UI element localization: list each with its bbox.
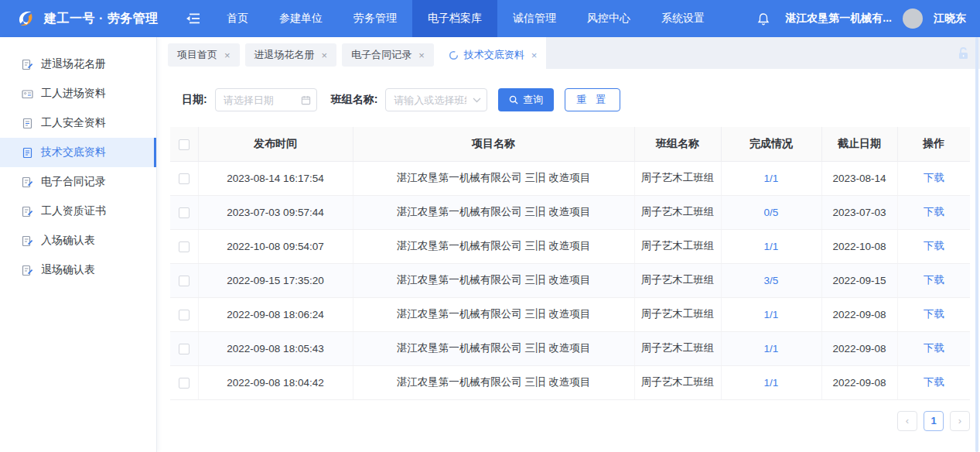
cell-publish-time: 2022-09-08 18:06:24 <box>198 297 353 331</box>
search-icon <box>509 95 518 104</box>
sidebar-item-worker-entry-files[interactable]: 工人进场资料 <box>0 79 156 108</box>
nav-item-credit-management[interactable]: 诚信管理 <box>497 0 572 37</box>
cell-publish-time: 2022-09-08 18:05:43 <box>198 331 353 365</box>
tab-technical-disclosure[interactable]: 技术交底资料 × <box>439 43 547 67</box>
nav-item-participating-units[interactable]: 参建单位 <box>264 0 338 37</box>
nav-item-risk-center[interactable]: 风控中心 <box>572 0 646 37</box>
completion-link[interactable]: 1/1 <box>764 377 779 389</box>
app-header: 建工一号 · 劳务管理 首页 参建单位 劳务管理 电子档案库 诚信管理 风控中心… <box>0 0 980 37</box>
col-project-name: 项目名称 <box>353 127 634 161</box>
row-checkbox[interactable] <box>179 276 190 286</box>
menu-fold-icon[interactable] <box>176 0 211 37</box>
table-row: 2022-09-15 17:35:20 湛江农垦第一机械有限公司 三旧 改造项目… <box>170 263 970 297</box>
sidebar-item-worker-safety-files[interactable]: 工人安全资料 <box>0 108 156 138</box>
doc-edit-icon <box>22 265 33 276</box>
sidebar-item-roster[interactable]: 进退场花名册 <box>0 50 156 79</box>
cell-project: 湛江农垦第一机械有限公司 三旧 改造项目 <box>353 229 634 263</box>
close-icon[interactable]: × <box>322 50 328 61</box>
tab-roster[interactable]: 进退场花名册 × <box>245 43 337 67</box>
team-select[interactable] <box>385 88 487 111</box>
date-picker[interactable] <box>215 88 317 111</box>
reset-button[interactable]: 重 置 <box>565 88 620 111</box>
tab-e-contract-records[interactable]: 电子合同记录 × <box>342 43 434 67</box>
prev-page-button[interactable]: ‹ <box>897 411 917 431</box>
col-deadline: 截止日期 <box>821 127 897 161</box>
sidebar-item-technical-disclosure[interactable]: 技术交底资料 <box>0 138 156 167</box>
cell-deadline: 2022-09-08 <box>821 365 897 399</box>
download-link[interactable]: 下载 <box>924 376 944 388</box>
completion-link[interactable]: 1/1 <box>764 309 779 320</box>
completion-link[interactable]: 1/1 <box>764 173 779 184</box>
cell-deadline: 2022-10-08 <box>821 229 897 263</box>
bell-icon[interactable] <box>757 12 770 26</box>
completion-link[interactable]: 0/5 <box>764 207 779 218</box>
tab-project-home[interactable]: 项目首页 × <box>168 43 240 67</box>
close-icon[interactable]: × <box>531 50 538 61</box>
row-checkbox[interactable] <box>179 378 190 389</box>
row-checkbox[interactable] <box>179 310 190 320</box>
row-checkbox[interactable] <box>179 241 190 252</box>
row-checkbox[interactable] <box>179 344 190 354</box>
sidebar-item-label: 技术交底资料 <box>41 146 106 159</box>
download-link[interactable]: 下载 <box>924 308 944 320</box>
completion-link[interactable]: 1/1 <box>764 241 779 252</box>
sidebar: 进退场花名册 工人进场资料 工人安全资料 技术交底资料 电子合同记录 <box>0 37 157 452</box>
cell-project: 湛江农垦第一机械有限公司 三旧 改造项目 <box>353 263 634 297</box>
cell-team: 周子艺木工班组 <box>634 297 721 331</box>
table-row: 2022-09-08 18:05:43 湛江农垦第一机械有限公司 三旧 改造项目… <box>170 331 970 365</box>
tabstrip-filler <box>546 37 980 69</box>
nav-item-home[interactable]: 首页 <box>211 0 264 37</box>
cell-deadline: 2022-09-08 <box>821 297 897 331</box>
page-number-current[interactable]: 1 <box>924 411 944 431</box>
sidebar-item-e-contract-records[interactable]: 电子合同记录 <box>0 167 156 197</box>
avatar[interactable] <box>903 9 923 29</box>
download-link[interactable]: 下载 <box>924 274 944 286</box>
cell-team: 周子艺木工班组 <box>634 331 721 365</box>
header-right: 湛江农垦第一机械有... 江晓东 <box>757 0 980 37</box>
cell-publish-time: 2022-09-15 17:35:20 <box>198 263 353 297</box>
user-name[interactable]: 江晓东 <box>934 12 966 26</box>
tab-label: 技术交底资料 <box>464 48 524 62</box>
download-link[interactable]: 下载 <box>924 240 944 252</box>
download-link[interactable]: 下载 <box>924 172 944 183</box>
search-button[interactable]: 查询 <box>498 88 554 111</box>
filter-bar: 日期: 班组名称: <box>182 88 968 111</box>
scrollbar[interactable] <box>975 37 978 452</box>
tab-label: 电子合同记录 <box>351 48 411 62</box>
tab-label: 项目首页 <box>177 48 217 62</box>
completion-link[interactable]: 3/5 <box>764 275 779 286</box>
nav-item-system-settings[interactable]: 系统设置 <box>646 0 720 37</box>
cell-team: 周子艺木工班组 <box>634 161 721 195</box>
nav-item-e-archive[interactable]: 电子档案库 <box>412 0 497 37</box>
brand: 建工一号 · 劳务管理 <box>0 0 157 37</box>
cell-project: 湛江农垦第一机械有限公司 三旧 改造项目 <box>353 297 634 331</box>
close-icon[interactable]: × <box>224 50 230 61</box>
sidebar-item-worker-certificates[interactable]: 工人资质证书 <box>0 197 156 226</box>
download-link[interactable]: 下载 <box>924 206 944 217</box>
next-page-button[interactable]: › <box>950 411 970 431</box>
sidebar-item-exit-confirmation[interactable]: 退场确认表 <box>0 255 156 285</box>
select-all-checkbox[interactable] <box>179 139 190 150</box>
table-row: 2022-09-08 18:04:42 湛江农垦第一机械有限公司 三旧 改造项目… <box>170 365 970 399</box>
doc-icon <box>22 118 33 129</box>
close-icon[interactable]: × <box>418 50 425 61</box>
tab-label: 进退场花名册 <box>254 48 315 62</box>
current-company[interactable]: 湛江农垦第一机械有... <box>785 12 892 26</box>
chevron-down-icon <box>473 98 481 103</box>
nav-item-labor-management[interactable]: 劳务管理 <box>338 0 412 37</box>
download-link[interactable]: 下载 <box>924 342 944 354</box>
table-row: 2023-08-14 16:17:54 湛江农垦第一机械有限公司 三旧 改造项目… <box>170 161 970 195</box>
cell-project: 湛江农垦第一机械有限公司 三旧 改造项目 <box>353 195 634 229</box>
row-checkbox[interactable] <box>179 173 190 184</box>
card-icon <box>22 88 33 100</box>
content-area: 日期: 班组名称: <box>157 73 980 452</box>
cell-project: 湛江农垦第一机械有限公司 三旧 改造项目 <box>353 365 634 399</box>
completion-link[interactable]: 1/1 <box>764 343 779 354</box>
row-checkbox[interactable] <box>179 207 190 218</box>
cell-publish-time: 2023-08-14 16:17:54 <box>198 161 353 195</box>
page-tabs: 项目首页 × 进退场花名册 × 电子合同记录 × 技术交底资料 × <box>157 37 980 73</box>
sidebar-item-entry-confirmation[interactable]: 入场确认表 <box>0 226 156 255</box>
doc-edit-icon <box>22 176 33 188</box>
col-completion: 完成情况 <box>721 127 821 161</box>
lock-icon[interactable] <box>955 46 971 61</box>
